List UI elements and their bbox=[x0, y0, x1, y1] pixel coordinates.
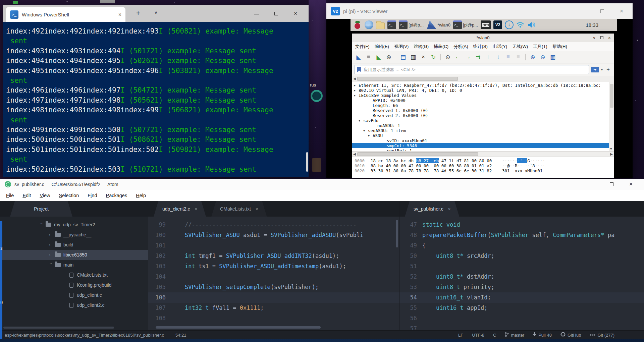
taskbar-item-keyboard[interactable] bbox=[481, 20, 491, 29]
packet-tree-row[interactable]: Reserved 2: 0x0000 (0) bbox=[352, 113, 614, 118]
resize-icon[interactable]: ▦ bbox=[549, 53, 557, 61]
tab-close-icon[interactable]: × bbox=[118, 12, 121, 18]
filter-add-button[interactable]: ＋ bbox=[605, 66, 611, 73]
taskbar-item-volume[interactable] bbox=[528, 20, 536, 29]
status-file-path[interactable]: esp-idf\examples\protocols\sockets\my_ud… bbox=[5, 333, 164, 338]
menu-edit[interactable]: Edit bbox=[22, 193, 31, 198]
packet-tree-row[interactable]: ▾seqASDU: 1 item bbox=[352, 128, 614, 133]
close-button[interactable]: × bbox=[608, 34, 611, 42]
minimize-button[interactable]: — bbox=[573, 8, 592, 14]
fin-restart-icon[interactable]: ◣ bbox=[375, 53, 383, 61]
status-c[interactable]: C bbox=[493, 333, 496, 338]
wireshark-menu-item[interactable]: 捕获(C) bbox=[434, 44, 448, 50]
tab-CMakeLists.txt[interactable]: CMakeLists.txt× bbox=[211, 201, 267, 217]
reload-icon[interactable]: ↻ bbox=[429, 53, 437, 61]
tab-close-icon[interactable]: × bbox=[195, 207, 198, 212]
wireshark-menu-item[interactable]: 工具(T) bbox=[533, 44, 547, 50]
packet-tree-row[interactable]: ▸Ethernet II, Src: Raspberr_47:1f:d7 (b8… bbox=[352, 83, 614, 88]
tree-item-build[interactable]: ›build bbox=[0, 240, 148, 250]
maximize-button[interactable] bbox=[266, 11, 286, 16]
tab-dropdown-icon[interactable]: ∨ bbox=[154, 10, 158, 15]
status-pull-48[interactable]: Pull 48 bbox=[533, 332, 552, 338]
packet-tree-row[interactable]: Reserved 1: 0x0000 (0) bbox=[352, 108, 614, 113]
new-tab-button[interactable]: + bbox=[136, 9, 140, 17]
forward-icon[interactable]: → bbox=[464, 53, 472, 61]
list-icon[interactable]: ≡ bbox=[514, 53, 522, 61]
tree-item-libiec61850[interactable]: ›libiec61850 bbox=[0, 250, 148, 260]
packet-tree-row[interactable]: svID: xxxxMUnn01 bbox=[352, 138, 614, 143]
top-icon[interactable]: ↑ bbox=[484, 53, 492, 61]
packet-tree-row[interactable]: smpCnt: 5346 bbox=[352, 143, 614, 148]
packet-tree-row[interactable]: confRef: 1 bbox=[352, 148, 614, 151]
editor-hscrollbar[interactable] bbox=[156, 326, 321, 329]
close-button[interactable]: × bbox=[621, 181, 641, 188]
taskbar-item-download[interactable]: ↓ bbox=[505, 20, 514, 29]
packet-tree-row[interactable]: ▾ASDU bbox=[352, 133, 614, 138]
code-editor[interactable]: 47static void48preparePacketBuffer(SVPub… bbox=[399, 217, 644, 330]
wireshark-menu-item[interactable]: 文件(F) bbox=[355, 44, 370, 50]
display-filter-input[interactable] bbox=[355, 65, 589, 74]
close-button[interactable]: × bbox=[612, 8, 631, 15]
taskbar-item-wifi[interactable] bbox=[516, 20, 525, 29]
minimize-button[interactable]: — bbox=[582, 181, 602, 187]
menu-selection[interactable]: Selection bbox=[59, 193, 79, 198]
zoom-in-icon[interactable]: ⊕ bbox=[529, 53, 537, 61]
options-icon[interactable]: ⊛ bbox=[385, 53, 393, 61]
powershell-tab[interactable]: >_ Windows PowerShell × bbox=[6, 7, 125, 22]
status-master[interactable]: master bbox=[505, 332, 524, 338]
packet-tree-row[interactable]: noASDU: 1 bbox=[352, 123, 614, 128]
editor-vscrollbar[interactable] bbox=[396, 220, 398, 247]
save-icon[interactable]: ▥ bbox=[409, 53, 417, 61]
bottom-icon[interactable]: ↓ bbox=[494, 53, 502, 61]
status-utf-8[interactable]: UTF-8 bbox=[472, 333, 484, 338]
maximize-button[interactable] bbox=[592, 8, 612, 14]
tree-item-udp_client2.c[interactable]: udp_client2.c bbox=[0, 300, 148, 310]
taskbar-item-terminal[interactable]: >_[pi@p... bbox=[453, 20, 478, 29]
menu-find[interactable]: Find bbox=[88, 193, 97, 198]
menu-file[interactable]: File bbox=[6, 193, 14, 198]
packet-tree-row[interactable]: ▸802.1Q Virtual LAN, PRI: 4, DEI: 0, ID:… bbox=[352, 88, 614, 93]
status-lf[interactable]: LF bbox=[458, 333, 463, 338]
terminal-scrollbar[interactable] bbox=[306, 152, 308, 172]
find-icon[interactable]: ⊙ bbox=[444, 53, 452, 61]
wireshark-menu-item[interactable]: 跳转(G) bbox=[414, 44, 429, 50]
taskbar-item-terminal[interactable]: >_ bbox=[387, 20, 396, 29]
menu-packages[interactable]: Packages bbox=[106, 193, 127, 198]
taskbar-item-shark[interactable]: *wlan0 bbox=[426, 20, 450, 29]
zoom-out-icon[interactable]: ⊖ bbox=[539, 53, 547, 61]
wireshark-menu-item[interactable]: 分析(A) bbox=[453, 44, 468, 50]
detail-scrollbar[interactable]: ▼ bbox=[609, 82, 614, 151]
packet-tree-row[interactable]: ▾IEC61850 Sampled Values bbox=[352, 93, 614, 98]
tree-item-my_udp_sv_Timer2[interactable]: ›my_udp_sv_Timer2 bbox=[0, 220, 148, 230]
status-git-277-[interactable]: Git (277) bbox=[590, 333, 614, 338]
open-icon[interactable]: ▤ bbox=[399, 53, 407, 61]
wireshark-menu-item[interactable]: 无线(W) bbox=[512, 44, 528, 50]
shade-button[interactable]: ∨ bbox=[593, 34, 596, 42]
tree-item-udp_client.c[interactable]: udp_client.c bbox=[0, 290, 148, 300]
packet-tree-row[interactable]: APPID: 0x4000 bbox=[352, 98, 614, 103]
packet-tree-row[interactable]: Length: 66 bbox=[352, 103, 614, 108]
tree-item-CMakeLists.txt[interactable]: CMakeLists.txt bbox=[0, 270, 148, 280]
packet-list-scrollbar[interactable]: ◀ bbox=[352, 76, 614, 82]
goto-icon[interactable]: ⇉ bbox=[474, 53, 482, 61]
wireshark-menu-item[interactable]: 电话(Y) bbox=[493, 44, 507, 50]
tab-udp_client2.c[interactable]: udp_client2.c× bbox=[154, 201, 206, 217]
code-editor[interactable]: 99 //-----------------------------------… bbox=[148, 217, 399, 330]
tree-item-main[interactable]: ›main bbox=[0, 260, 148, 270]
fin-start-icon[interactable]: ◣ bbox=[355, 53, 363, 61]
filter-dropdown-icon[interactable]: ▾ bbox=[601, 68, 603, 71]
wireshark-menu-item[interactable]: 编辑(E) bbox=[375, 44, 389, 50]
stop-icon[interactable]: ■ bbox=[365, 53, 373, 61]
menu-help[interactable]: Help bbox=[136, 193, 146, 198]
tree-hscrollbar[interactable] bbox=[3, 327, 114, 329]
detail-hscrollbar[interactable]: ◀ ▶ bbox=[352, 151, 614, 157]
wireshark-menu-item[interactable]: 视图(V) bbox=[394, 44, 409, 50]
status-cursor-position[interactable]: 54:21 bbox=[175, 333, 186, 338]
taskbar-item-folder[interactable] bbox=[376, 21, 385, 28]
back-icon[interactable]: ← bbox=[454, 53, 462, 61]
taskbar-item-vnc[interactable]: V2 bbox=[493, 20, 502, 29]
taskbar-item-terminal[interactable]: >_[pi@p... bbox=[399, 20, 424, 29]
tree-item-__pycache__[interactable]: ›__pycache__ bbox=[0, 230, 148, 240]
menu-view[interactable]: View bbox=[40, 193, 50, 198]
project-tab[interactable]: Project bbox=[10, 201, 72, 217]
